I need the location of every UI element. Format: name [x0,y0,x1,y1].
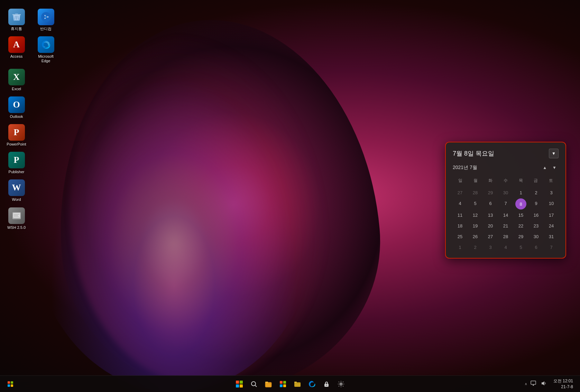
calendar-day[interactable]: 18 [453,221,467,231]
calendar-day[interactable]: 15 [514,210,528,220]
publisher-label: Publisher [9,170,25,174]
outlook-label: Outlook [10,114,23,119]
windows-logo [8,381,13,387]
calendar-day[interactable]: 27 [453,188,467,198]
calendar-day[interactable]: 6 [483,198,498,209]
calendar-day[interactable]: 16 [529,210,543,220]
excel-icon[interactable]: X Excel [3,67,29,93]
calendar-day[interactable]: 9 [529,198,543,209]
system-clock[interactable]: 오전 12:01 21-7-8 [551,377,576,391]
calendar-prev-button[interactable]: ▲ [541,165,549,171]
taskbar-files-icon[interactable] [262,378,275,390]
calendar-day[interactable]: 12 [468,210,482,220]
outlook-image: O [8,96,25,113]
tray-expand-button[interactable]: ∧ [525,382,527,386]
calendar-day[interactable]: 21 [498,221,513,231]
outlook-icon[interactable]: O Outlook [3,95,29,121]
calendar-day[interactable]: 13 [483,210,498,220]
icon-row-5: P PowerPoint [3,122,59,148]
edge-image [38,36,54,53]
calendar-day[interactable]: 30 [529,232,543,242]
bandicut-icon[interactable]: 반디컵 [33,7,59,33]
calendar-header: 7월 8일 목요일 ▼ [453,149,559,158]
calendar-days: 2728293012345678910111213141516171819202… [453,188,559,252]
calendar-day[interactable]: 1 [453,242,467,252]
icon-row-4: O Outlook [3,95,59,121]
clock-date: 21-7-8 [553,384,573,390]
clock-time: 오전 12:01 [553,378,573,384]
calendar-widget: 7월 8일 목요일 ▼ 2021년 7월 ▲ ▼ 일 월 화 수 목 금 토 2… [445,142,566,259]
calendar-day[interactable]: 30 [498,188,513,198]
word-label: Word [12,197,21,202]
taskbar-edge-icon[interactable] [306,378,318,390]
excel-image: X [8,69,25,85]
tray-volume-icon[interactable] [540,379,548,389]
calendar-day[interactable]: 5 [468,198,482,209]
desktop-icons-area: 휴지통 반디컵 A Access [0,3,62,237]
calendar-day[interactable]: 6 [529,242,543,252]
calendar-day[interactable]: 26 [468,232,482,242]
calendar-nav-buttons: ▲ ▼ [541,165,559,171]
calendar-day[interactable]: 11 [453,210,467,220]
calendar-day[interactable]: 2 [468,242,482,252]
calendar-day[interactable]: 8 [515,198,526,209]
publisher-image: P [8,152,25,168]
icon-row-6: P Publisher [3,150,59,176]
calendar-day[interactable]: 2 [529,188,543,198]
calendar-day[interactable]: 28 [498,232,513,242]
calendar-day[interactable]: 1 [514,188,528,198]
tray-monitor-icon[interactable] [529,379,537,389]
excel-label: Excel [12,87,21,91]
taskbar-grid-icon[interactable] [277,378,289,390]
weekday-sat: 토 [543,176,559,185]
taskbar-search-icon[interactable] [248,378,260,390]
calendar-day[interactable]: 22 [514,221,528,231]
calendar-day[interactable]: 29 [483,188,498,198]
calendar-next-button[interactable]: ▼ [550,165,559,171]
calendar-day[interactable]: 3 [544,188,559,198]
publisher-icon[interactable]: P Publisher [3,150,29,176]
bandicut-image [38,9,54,25]
calendar-day[interactable]: 17 [544,210,559,220]
calendar-day[interactable]: 31 [544,232,559,242]
calendar-day[interactable]: 28 [468,188,482,198]
calendar-dropdown-button[interactable]: ▼ [549,149,559,158]
calendar-day[interactable]: 7 [498,198,513,209]
calendar-day[interactable]: 29 [514,232,528,242]
taskbar-lock-icon[interactable] [320,378,333,390]
start-button[interactable] [4,378,17,390]
taskbar-folder-icon[interactable] [291,378,304,390]
calendar-day[interactable]: 4 [498,242,513,252]
calendar-day[interactable]: 5 [514,242,528,252]
calendar-day[interactable]: 24 [544,221,559,231]
calendar-day[interactable]: 25 [453,232,467,242]
taskbar-settings-icon[interactable] [335,378,347,390]
word-icon[interactable]: W Word [3,178,29,204]
calendar-day[interactable]: 10 [544,198,559,209]
word-image: W [8,179,25,196]
calendar-day[interactable]: 19 [468,221,482,231]
system-tray: ∧ [525,379,548,389]
wsh-image [8,207,25,224]
svg-point-25 [340,383,342,385]
icon-row-1: 휴지통 반디컵 [3,7,59,33]
edge-icon[interactable]: Microsoft Edge [33,35,59,65]
svg-rect-20 [283,384,286,387]
svg-line-1 [15,16,15,20]
wsh-icon[interactable]: WSH 2.5.0 [3,206,29,232]
calendar-day[interactable]: 4 [453,198,467,209]
recycle-bin-icon[interactable]: 휴지통 [3,7,29,33]
svg-point-7 [45,16,47,18]
calendar-day[interactable]: 27 [483,232,498,242]
calendar-day[interactable]: 23 [529,221,543,231]
calendar-title: 7월 8일 목요일 [453,149,494,158]
calendar-day[interactable]: 3 [483,242,498,252]
calendar-day[interactable]: 14 [498,210,513,220]
svg-rect-0 [12,14,21,15]
powerpoint-icon[interactable]: P PowerPoint [3,122,29,148]
calendar-day[interactable]: 7 [544,242,559,252]
taskbar-start-icon[interactable] [233,378,246,390]
taskbar-right: ∧ 오전 12:01 21-7-8 [525,377,576,391]
access-desktop-icon[interactable]: A Access [3,35,29,65]
calendar-day[interactable]: 20 [483,221,498,231]
